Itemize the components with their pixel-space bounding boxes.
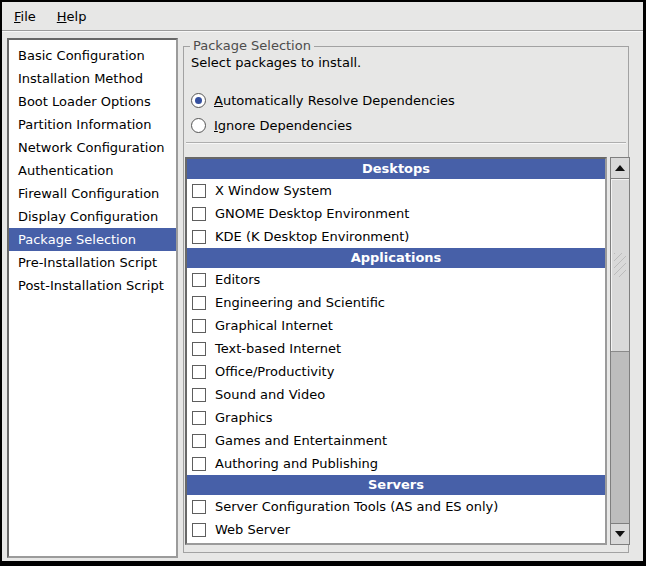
package-label: Server Configuration Tools (AS and ES on… bbox=[215, 499, 498, 514]
package-row[interactable]: Engineering and Scientific bbox=[187, 291, 605, 314]
group-header-servers: Servers bbox=[187, 475, 605, 495]
sidebar-item-firewall-configuration[interactable]: Firewall Configuration bbox=[9, 182, 176, 205]
package-label: Graphical Internet bbox=[215, 318, 333, 333]
separator-line bbox=[186, 142, 626, 143]
radio-button-icon[interactable] bbox=[191, 93, 206, 108]
package-checkbox[interactable] bbox=[192, 523, 206, 537]
package-label: GNOME Desktop Environment bbox=[215, 206, 409, 221]
package-label: Sound and Video bbox=[215, 387, 325, 402]
package-label: Office/Productivity bbox=[215, 364, 334, 379]
package-label: X Window System bbox=[215, 183, 332, 198]
package-checkbox[interactable] bbox=[192, 434, 206, 448]
menu-help[interactable]: Help bbox=[48, 4, 96, 29]
sidebar-nav: Basic ConfigurationInstallation MethodBo… bbox=[7, 38, 178, 558]
package-row[interactable]: Authoring and Publishing bbox=[187, 452, 605, 475]
package-checkbox[interactable] bbox=[192, 184, 206, 198]
sidebar-item-display-configuration[interactable]: Display Configuration bbox=[9, 205, 176, 228]
thumb-grip-icon bbox=[614, 253, 626, 277]
description-text: Select packages to install. bbox=[191, 55, 361, 70]
kickstart-configurator-window: File Help Basic ConfigurationInstallatio… bbox=[2, 2, 643, 561]
package-checkbox[interactable] bbox=[192, 457, 206, 471]
package-row[interactable]: Graphical Internet bbox=[187, 314, 605, 337]
sidebar-item-partition-information[interactable]: Partition Information bbox=[9, 113, 176, 136]
vertical-scrollbar[interactable] bbox=[610, 157, 630, 545]
group-header-applications: Applications bbox=[187, 248, 605, 268]
package-label: KDE (K Desktop Environment) bbox=[215, 229, 409, 244]
radio-button-icon[interactable] bbox=[191, 118, 206, 133]
package-checkbox[interactable] bbox=[192, 500, 206, 514]
package-row[interactable]: Office/Productivity bbox=[187, 360, 605, 383]
package-row[interactable]: Games and Entertainment bbox=[187, 429, 605, 452]
radio-label: Ignore Dependencies bbox=[214, 118, 352, 133]
package-row[interactable]: Sound and Video bbox=[187, 383, 605, 406]
package-label: Authoring and Publishing bbox=[215, 456, 378, 471]
group-header-desktops: Desktops bbox=[187, 159, 605, 179]
package-checkbox[interactable] bbox=[192, 207, 206, 221]
scroll-down-button[interactable] bbox=[611, 523, 629, 544]
sidebar-item-post-installation-script[interactable]: Post-Installation Script bbox=[9, 274, 176, 297]
menu-bar: File Help bbox=[2, 2, 643, 31]
radio-option[interactable]: Ignore Dependencies bbox=[191, 115, 352, 135]
scroll-up-button[interactable] bbox=[611, 158, 629, 179]
package-list: DesktopsX Window SystemGNOME Desktop Env… bbox=[185, 157, 607, 545]
package-row[interactable]: Text-based Internet bbox=[187, 337, 605, 360]
scrollbar-thumb[interactable] bbox=[611, 179, 629, 352]
package-row[interactable]: Editors bbox=[187, 268, 605, 291]
arrow-down-icon bbox=[615, 531, 625, 537]
package-checkbox[interactable] bbox=[192, 296, 206, 310]
package-checkbox[interactable] bbox=[192, 342, 206, 356]
package-label: Text-based Internet bbox=[215, 341, 341, 356]
package-label: Web Server bbox=[215, 522, 290, 537]
package-row[interactable]: KDE (K Desktop Environment) bbox=[187, 225, 605, 248]
radio-label: Automatically Resolve Dependencies bbox=[214, 93, 455, 108]
arrow-up-icon bbox=[615, 165, 625, 171]
package-checkbox[interactable] bbox=[192, 388, 206, 402]
package-label: Graphics bbox=[215, 410, 272, 425]
package-row[interactable]: GNOME Desktop Environment bbox=[187, 202, 605, 225]
radio-option[interactable]: Automatically Resolve Dependencies bbox=[191, 90, 455, 110]
frame-title: Package Selection bbox=[190, 38, 314, 53]
package-label: Editors bbox=[215, 272, 260, 287]
sidebar-item-network-configuration[interactable]: Network Configuration bbox=[9, 136, 176, 159]
sidebar-item-pre-installation-script[interactable]: Pre-Installation Script bbox=[9, 251, 176, 274]
sidebar-item-boot-loader-options[interactable]: Boot Loader Options bbox=[9, 90, 176, 113]
package-row[interactable]: Graphics bbox=[187, 406, 605, 429]
package-checkbox[interactable] bbox=[192, 365, 206, 379]
package-checkbox[interactable] bbox=[192, 230, 206, 244]
package-label: Games and Entertainment bbox=[215, 433, 387, 448]
sidebar-item-basic-configuration[interactable]: Basic Configuration bbox=[9, 44, 176, 67]
window-border: File Help Basic ConfigurationInstallatio… bbox=[0, 0, 646, 566]
package-row[interactable]: Web Server bbox=[187, 518, 605, 541]
package-checkbox[interactable] bbox=[192, 411, 206, 425]
sidebar-item-authentication[interactable]: Authentication bbox=[9, 159, 176, 182]
package-label: Engineering and Scientific bbox=[215, 295, 385, 310]
package-row[interactable]: Server Configuration Tools (AS and ES on… bbox=[187, 495, 605, 518]
package-checkbox[interactable] bbox=[192, 319, 206, 333]
package-checkbox[interactable] bbox=[192, 273, 206, 287]
menu-file[interactable]: File bbox=[5, 4, 45, 29]
sidebar-item-installation-method[interactable]: Installation Method bbox=[9, 67, 176, 90]
package-row[interactable]: X Window System bbox=[187, 179, 605, 202]
sidebar-item-package-selection[interactable]: Package Selection bbox=[9, 228, 176, 251]
